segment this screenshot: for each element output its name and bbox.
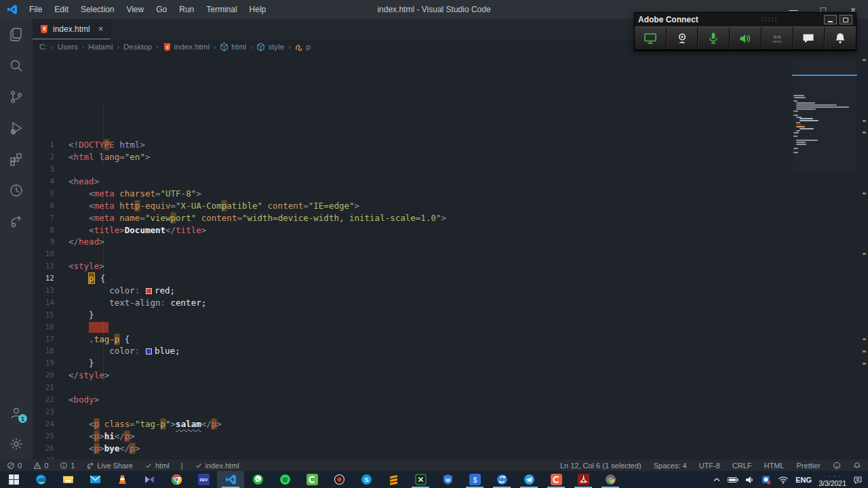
status-item-live-share[interactable]: Live Share bbox=[86, 462, 133, 470]
breadcrumb-item-p[interactable]: p bbox=[294, 43, 310, 52]
adobe-restore-button[interactable] bbox=[840, 15, 852, 24]
taskbar-mail-icon[interactable] bbox=[81, 471, 108, 488]
code-line-content: <meta charset="UTF-8"> bbox=[54, 188, 201, 200]
breadcrumb-item-desktop[interactable]: Desktop bbox=[123, 43, 152, 51]
activity-bar-item-live-share[interactable] bbox=[0, 206, 33, 237]
tray-clock[interactable]: · · · ·3/3/2021 bbox=[818, 472, 846, 487]
taskbar-sync-app-icon[interactable] bbox=[488, 471, 515, 488]
breadcrumb-item-style[interactable]: style bbox=[256, 43, 284, 52]
taskbar-video-editor-icon[interactable] bbox=[136, 471, 163, 488]
taskbar-x-app-icon[interactable] bbox=[407, 471, 434, 488]
tray-battery-icon[interactable] bbox=[728, 476, 738, 483]
menu-file[interactable]: File bbox=[23, 0, 48, 19]
taskbar-telegram-icon[interactable] bbox=[515, 471, 542, 488]
breadcrumb-item-users[interactable]: Users bbox=[58, 43, 78, 51]
editor-code[interactable]: 1<!DOCTYPE html>2<html lang="en">34<head… bbox=[33, 54, 868, 460]
adobe-speaker-button[interactable] bbox=[730, 27, 762, 49]
menu-help[interactable]: Help bbox=[243, 0, 273, 19]
drag-handle-icon[interactable]: ·········· bbox=[741, 17, 778, 22]
status-item-html[interactable]: html bbox=[144, 462, 170, 470]
activity-bar-item-search[interactable] bbox=[0, 50, 33, 81]
tray-volume-icon[interactable] bbox=[745, 476, 755, 484]
taskbar-sublime-text-icon[interactable] bbox=[380, 471, 407, 488]
adobe-chat-button[interactable] bbox=[793, 27, 825, 49]
status-item-bell[interactable] bbox=[853, 462, 861, 470]
tray-chevron-up-icon[interactable] bbox=[713, 476, 721, 484]
activity-bar-item-timeline[interactable] bbox=[0, 175, 33, 206]
status-item-1[interactable]: 1 bbox=[60, 462, 75, 470]
tab-close-icon[interactable]: × bbox=[98, 24, 104, 34]
taskbar-whatsapp-icon[interactable] bbox=[244, 471, 271, 488]
adobe-connect-titlebar[interactable]: Adobe Connect ·········· bbox=[635, 13, 856, 26]
code-token: atible" bbox=[226, 201, 262, 211]
minimap-line bbox=[796, 108, 815, 110]
breadcrumb-item-hatami[interactable]: Hatami bbox=[88, 43, 113, 51]
taskbar-dollar-app-icon[interactable]: $ bbox=[461, 471, 488, 488]
minimap-line bbox=[800, 118, 813, 119]
activity-bar-item-accounts[interactable]: 1 bbox=[0, 397, 33, 428]
adobe-microphone-button[interactable] bbox=[698, 27, 730, 49]
info-circle-icon bbox=[60, 462, 68, 470]
menu-edit[interactable]: Edit bbox=[48, 0, 75, 19]
status-item-spaces--4[interactable]: Spaces: 4 bbox=[654, 462, 687, 470]
status-item-feedback[interactable] bbox=[833, 462, 841, 470]
breadcrumb-item-indexhtml[interactable]: 5index.html bbox=[163, 43, 210, 52]
minimap[interactable] bbox=[793, 58, 856, 172]
activity-bar-item-run-and-debug[interactable] bbox=[0, 113, 33, 144]
status-item-ln-12--col-6--1-selected-[interactable]: Ln 12, Col 6 (1 selected) bbox=[560, 462, 642, 470]
status-item-utf-8[interactable]: UTF-8 bbox=[699, 462, 720, 470]
status-item-crlf[interactable]: CRLF bbox=[732, 462, 752, 470]
taskbar-skype-icon[interactable]: S bbox=[353, 471, 380, 488]
taskbar-chrome-icon[interactable] bbox=[163, 471, 190, 488]
taskbar-w-shield-icon[interactable]: W bbox=[434, 471, 461, 488]
taskbar-vscode-icon[interactable] bbox=[217, 471, 244, 488]
taskbar-dev-cpp-icon[interactable]: DEV bbox=[190, 471, 217, 488]
code-line-content bbox=[54, 163, 68, 176]
activity-bar-item-extensions[interactable] bbox=[0, 144, 33, 175]
breadcrumb-item-c[interactable]: C: bbox=[39, 43, 47, 51]
menu-go[interactable]: Go bbox=[150, 0, 173, 19]
indent-guide bbox=[103, 103, 104, 163]
taskbar-vlc-icon[interactable] bbox=[108, 471, 136, 488]
adobe-minimize-button[interactable] bbox=[824, 15, 837, 24]
taskbar-browser-icon[interactable] bbox=[597, 471, 624, 488]
code-line-22: 22<body> bbox=[33, 394, 868, 406]
code-line-content bbox=[54, 382, 68, 394]
status-item-0[interactable]: 0 bbox=[7, 462, 22, 470]
status-item-html[interactable]: HTML bbox=[764, 462, 785, 470]
status-item-prettier[interactable]: Prettier bbox=[797, 462, 821, 470]
menu-view[interactable]: View bbox=[120, 0, 150, 19]
taskbar-file-explorer-icon[interactable] bbox=[54, 471, 81, 488]
adobe-webcam-button[interactable] bbox=[667, 27, 698, 49]
activity-bar-item-explorer[interactable] bbox=[0, 19, 33, 50]
tray-wifi-icon[interactable] bbox=[778, 476, 789, 484]
line-number: 4 bbox=[38, 176, 54, 188]
status-item-0[interactable]: 0 bbox=[33, 462, 48, 470]
activity-bar-item-settings[interactable] bbox=[0, 428, 33, 460]
adobe-notifications-button[interactable] bbox=[825, 27, 856, 49]
taskbar-acrobat-icon[interactable] bbox=[570, 471, 597, 488]
taskbar-edge-icon[interactable] bbox=[27, 471, 54, 488]
tray-phone-badge-icon[interactable] bbox=[762, 475, 771, 485]
breadcrumb-item-html[interactable]: html bbox=[220, 43, 246, 52]
status-item-index-html[interactable]: index.html bbox=[195, 462, 239, 470]
taskbar-screen-recorder-icon[interactable] bbox=[326, 471, 353, 488]
tab-index-html[interactable]: 5 index.html × bbox=[33, 19, 111, 39]
menu-run[interactable]: Run bbox=[173, 0, 200, 19]
activity-bar-item-source-control[interactable] bbox=[0, 81, 33, 113]
tray-action-center-icon[interactable] bbox=[853, 475, 863, 485]
taskbar-spotify-icon[interactable] bbox=[271, 471, 298, 488]
windows-taskbar: DEVSW$ ENG· · · ·3/3/2021 bbox=[0, 471, 868, 488]
adobe-screen-share-button[interactable] bbox=[635, 27, 667, 49]
desktop: { "window": { "title": "index.html - Vis… bbox=[0, 0, 868, 488]
overview-ruler-match-mark bbox=[863, 131, 866, 134]
taskbar-camtasia-green-icon[interactable] bbox=[298, 471, 326, 488]
taskbar-orange-c-app-icon[interactable] bbox=[542, 471, 570, 488]
taskbar-start-icon[interactable] bbox=[0, 471, 27, 488]
adobe-connect-panel[interactable]: Adobe Connect ·········· bbox=[634, 12, 856, 51]
menu-selection[interactable]: Selection bbox=[75, 0, 120, 19]
language-indicator[interactable]: ENG bbox=[795, 476, 812, 484]
code-token: < bbox=[89, 188, 94, 199]
menu-terminal[interactable]: Terminal bbox=[200, 0, 243, 19]
minimap-line bbox=[796, 144, 806, 145]
